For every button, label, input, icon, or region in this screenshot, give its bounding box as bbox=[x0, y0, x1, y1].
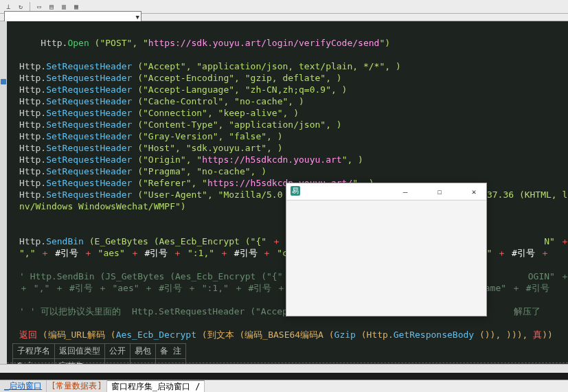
code-line: Http.Open ("POST", "https://sdk.youyu.ar… bbox=[19, 25, 568, 60]
code-line: Http.SetRequestHeader ("Cache-Control", … bbox=[19, 95, 568, 107]
horizontal-scrollbar[interactable] bbox=[0, 364, 568, 373]
window-client-area bbox=[286, 200, 486, 316]
code-line-return: 返回 (编码_URL解码 (Aes_Ecb_Decrypt (到文本 (编码_B… bbox=[19, 329, 568, 341]
table-header-row: 子程序名 返回值类型 公开 易包 备 注 bbox=[13, 344, 186, 359]
section-divider bbox=[7, 362, 568, 363]
titlebar[interactable]: 易 — ☐ ✕ bbox=[286, 183, 486, 200]
gutter bbox=[0, 21, 7, 365]
chevron-down-icon: ▼ bbox=[136, 14, 139, 21]
code-line: Http.SetRequestHeader ("Origin", "https:… bbox=[19, 154, 568, 165]
close-button[interactable]: ✕ bbox=[464, 185, 484, 198]
minimize-button[interactable]: — bbox=[396, 185, 415, 198]
code-line: Http.SetRequestHeader ("Host", "sdk.youy… bbox=[19, 142, 568, 154]
bottom-tabs: _启动窗口 [常量数据表] 窗口程序集_启动窗口 / bbox=[0, 380, 568, 392]
breakpoint-marker[interactable] bbox=[1, 79, 6, 84]
code-line: Http.SetRequestHeader ("Accept-Language"… bbox=[19, 84, 568, 95]
divider bbox=[30, 2, 30, 12]
code-line: Http.SetRequestHeader ("Connection", "ke… bbox=[19, 107, 568, 119]
code-line: Http.SetRequestHeader ("Pragma", "no-cac… bbox=[19, 165, 568, 177]
tab-window-programset[interactable]: 窗口程序集_启动窗口 / bbox=[107, 380, 205, 392]
runtime-window[interactable]: 易 — ☐ ✕ bbox=[286, 183, 487, 316]
tab-startup-window[interactable]: _启动窗口 bbox=[0, 380, 47, 392]
tab-const-table[interactable]: [常量数据表] bbox=[47, 380, 106, 392]
subprogram-table-1[interactable]: 子程序名 返回值类型 公开 易包 备 注 Gzip 字节集 ✓ bbox=[12, 343, 186, 365]
app-icon: 易 bbox=[291, 186, 300, 196]
subtoolbar: ▼ bbox=[0, 14, 568, 21]
code-line: Http.SetRequestHeader ("Accept", "applic… bbox=[19, 60, 568, 72]
code-line: Http.SetRequestHeader ("Gray-Version", "… bbox=[19, 130, 568, 142]
code-line: Http.SetRequestHeader ("Accept-Encoding"… bbox=[19, 72, 568, 84]
maximize-button[interactable]: ☐ bbox=[430, 185, 449, 198]
code-line: Http.SetRequestHeader ("Content-Type", "… bbox=[19, 119, 568, 130]
